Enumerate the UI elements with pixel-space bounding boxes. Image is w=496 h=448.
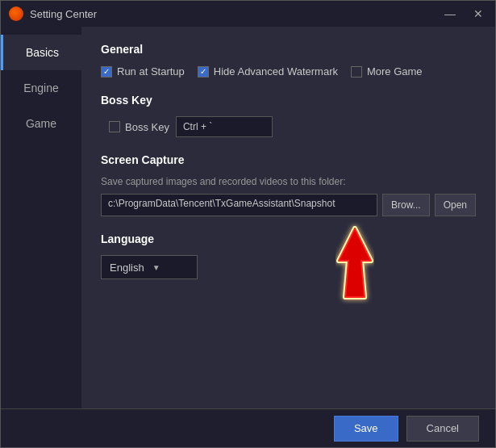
content-area: General ✓ Run at Startup ✓ H	[81, 27, 495, 408]
app-icon	[9, 6, 23, 21]
language-title: Language	[101, 232, 476, 245]
run-at-startup-label: Run at Startup	[117, 65, 185, 77]
general-checkboxes: ✓ Run at Startup ✓ Hide Advanced Waterma…	[101, 65, 476, 77]
screen-capture-section: Screen Capture Save captured images and …	[101, 153, 476, 216]
boss-key-box	[109, 121, 120, 132]
more-game-label: More Game	[367, 65, 423, 77]
window-title: Setting Center	[30, 8, 440, 20]
main-layout: Basics Engine Game General ✓	[1, 27, 495, 408]
setting-window: Setting Center — ✕ Basics Engine Game G	[0, 0, 496, 448]
boss-key-input[interactable]	[176, 116, 273, 137]
language-selected: English	[110, 262, 144, 274]
capture-path-display: c:\ProgramData\Tencent\TxGameAssistant\S…	[101, 194, 377, 216]
capture-description: Save captured images and recorded videos…	[101, 176, 476, 187]
browse-button[interactable]: Brow...	[382, 194, 430, 216]
hide-watermark-box: ✓	[198, 66, 209, 77]
boss-key-title: Boss Key	[101, 94, 476, 107]
capture-path-row: c:\ProgramData\Tencent\TxGameAssistant\S…	[101, 194, 476, 216]
hide-watermark-checkbox[interactable]: ✓ Hide Advanced Watermark	[198, 65, 338, 77]
general-title: General	[101, 43, 476, 56]
run-at-startup-checkbox[interactable]: ✓ Run at Startup	[101, 65, 185, 77]
sidebar-item-basics[interactable]: Basics	[1, 35, 81, 70]
boss-key-label: Boss Key	[125, 121, 169, 133]
minimize-button[interactable]: —	[440, 6, 460, 22]
screen-capture-title: Screen Capture	[101, 153, 476, 166]
boss-key-checkbox[interactable]: Boss Key	[109, 121, 169, 133]
title-bar: Setting Center — ✕	[1, 1, 495, 27]
cancel-button[interactable]: Cancel	[406, 416, 479, 442]
language-dropdown-arrow: ▼	[152, 263, 160, 272]
sidebar-item-engine[interactable]: Engine	[1, 70, 81, 106]
hide-watermark-label: Hide Advanced Watermark	[214, 65, 338, 77]
sidebar-item-game[interactable]: Game	[1, 106, 81, 141]
general-section: General ✓ Run at Startup ✓ H	[101, 43, 476, 77]
open-button[interactable]: Open	[435, 194, 476, 216]
language-select[interactable]: English ▼	[101, 255, 198, 279]
footer: Save Cancel	[1, 408, 495, 447]
close-button[interactable]: ✕	[469, 6, 487, 22]
more-game-checkbox[interactable]: More Game	[351, 65, 423, 77]
save-button[interactable]: Save	[334, 416, 398, 442]
hide-watermark-check: ✓	[200, 68, 206, 76]
more-game-box	[351, 66, 362, 77]
language-section: Language English ▼	[101, 232, 476, 279]
boss-key-row: Boss Key	[109, 116, 476, 137]
run-at-startup-box: ✓	[101, 66, 112, 77]
window-controls: — ✕	[440, 6, 487, 22]
boss-key-section: Boss Key Boss Key	[101, 94, 476, 137]
sidebar: Basics Engine Game	[1, 27, 81, 408]
run-at-startup-check: ✓	[103, 68, 110, 76]
